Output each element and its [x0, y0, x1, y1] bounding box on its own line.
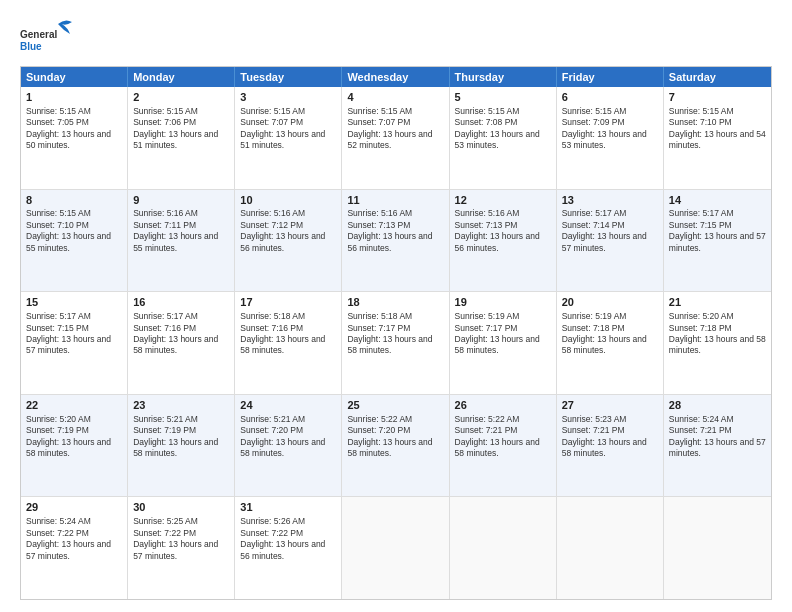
- cell-content-line: Sunrise: 5:15 AM: [26, 208, 122, 219]
- day-number: 16: [133, 295, 229, 310]
- day-number: 26: [455, 398, 551, 413]
- calendar-cell: 30Sunrise: 5:25 AMSunset: 7:22 PMDayligh…: [128, 497, 235, 599]
- cell-content-line: Sunrise: 5:15 AM: [133, 106, 229, 117]
- svg-text:Blue: Blue: [20, 41, 42, 52]
- cell-content-line: Sunrise: 5:15 AM: [455, 106, 551, 117]
- cell-content-line: Sunset: 7:22 PM: [133, 528, 229, 539]
- cell-content-line: Daylight: 13 hours and 58 minutes.: [562, 437, 658, 460]
- cell-content-line: Sunset: 7:21 PM: [455, 425, 551, 436]
- calendar-cell: 10Sunrise: 5:16 AMSunset: 7:12 PMDayligh…: [235, 190, 342, 292]
- calendar-cell: 21Sunrise: 5:20 AMSunset: 7:18 PMDayligh…: [664, 292, 771, 394]
- cell-content-line: Sunrise: 5:20 AM: [26, 414, 122, 425]
- cell-content-line: Daylight: 13 hours and 58 minutes.: [562, 334, 658, 357]
- calendar-cell: [450, 497, 557, 599]
- calendar-cell: 15Sunrise: 5:17 AMSunset: 7:15 PMDayligh…: [21, 292, 128, 394]
- cell-content-line: Sunset: 7:16 PM: [240, 323, 336, 334]
- calendar-body: 1Sunrise: 5:15 AMSunset: 7:05 PMDaylight…: [21, 87, 771, 599]
- cell-content-line: Sunset: 7:11 PM: [133, 220, 229, 231]
- cell-content-line: Daylight: 13 hours and 58 minutes.: [240, 334, 336, 357]
- cell-content-line: Sunset: 7:18 PM: [669, 323, 766, 334]
- calendar-row: 1Sunrise: 5:15 AMSunset: 7:05 PMDaylight…: [21, 87, 771, 190]
- calendar-cell: 29Sunrise: 5:24 AMSunset: 7:22 PMDayligh…: [21, 497, 128, 599]
- cell-content-line: Sunrise: 5:21 AM: [133, 414, 229, 425]
- cell-content-line: Daylight: 13 hours and 51 minutes.: [240, 129, 336, 152]
- cell-content-line: Sunset: 7:22 PM: [26, 528, 122, 539]
- day-number: 6: [562, 90, 658, 105]
- calendar-cell: 4Sunrise: 5:15 AMSunset: 7:07 PMDaylight…: [342, 87, 449, 189]
- cell-content-line: Sunrise: 5:22 AM: [347, 414, 443, 425]
- day-number: 18: [347, 295, 443, 310]
- calendar-cell: 19Sunrise: 5:19 AMSunset: 7:17 PMDayligh…: [450, 292, 557, 394]
- title-area: [80, 16, 772, 18]
- calendar-cell: 18Sunrise: 5:18 AMSunset: 7:17 PMDayligh…: [342, 292, 449, 394]
- cell-content-line: Sunrise: 5:16 AM: [455, 208, 551, 219]
- cell-content-line: Sunrise: 5:17 AM: [562, 208, 658, 219]
- calendar-cell: 5Sunrise: 5:15 AMSunset: 7:08 PMDaylight…: [450, 87, 557, 189]
- cell-content-line: Sunrise: 5:24 AM: [669, 414, 766, 425]
- cell-content-line: Daylight: 13 hours and 51 minutes.: [133, 129, 229, 152]
- cell-content-line: Sunset: 7:19 PM: [26, 425, 122, 436]
- day-number: 11: [347, 193, 443, 208]
- svg-text:General: General: [20, 29, 57, 40]
- cell-content-line: Daylight: 13 hours and 56 minutes.: [240, 231, 336, 254]
- cell-content-line: Sunset: 7:18 PM: [562, 323, 658, 334]
- calendar-cell: [664, 497, 771, 599]
- cell-content-line: Sunset: 7:10 PM: [669, 117, 766, 128]
- cell-content-line: Daylight: 13 hours and 56 minutes.: [240, 539, 336, 562]
- day-number: 19: [455, 295, 551, 310]
- cell-content-line: Sunrise: 5:21 AM: [240, 414, 336, 425]
- calendar-cell: 13Sunrise: 5:17 AMSunset: 7:14 PMDayligh…: [557, 190, 664, 292]
- cell-content-line: Sunset: 7:12 PM: [240, 220, 336, 231]
- day-number: 29: [26, 500, 122, 515]
- logo-area: General Blue: [20, 16, 80, 60]
- calendar-cell: 27Sunrise: 5:23 AMSunset: 7:21 PMDayligh…: [557, 395, 664, 497]
- day-number: 4: [347, 90, 443, 105]
- day-number: 9: [133, 193, 229, 208]
- cell-content-line: Daylight: 13 hours and 58 minutes.: [133, 334, 229, 357]
- cell-content-line: Sunrise: 5:17 AM: [26, 311, 122, 322]
- cell-content-line: Sunrise: 5:20 AM: [669, 311, 766, 322]
- day-number: 2: [133, 90, 229, 105]
- cell-content-line: Sunrise: 5:17 AM: [669, 208, 766, 219]
- cell-content-line: Sunrise: 5:16 AM: [133, 208, 229, 219]
- cell-content-line: Daylight: 13 hours and 53 minutes.: [455, 129, 551, 152]
- calendar-header-cell: Friday: [557, 67, 664, 87]
- calendar-cell: 22Sunrise: 5:20 AMSunset: 7:19 PMDayligh…: [21, 395, 128, 497]
- cell-content-line: Daylight: 13 hours and 58 minutes.: [26, 437, 122, 460]
- cell-content-line: Sunset: 7:19 PM: [133, 425, 229, 436]
- day-number: 8: [26, 193, 122, 208]
- cell-content-line: Daylight: 13 hours and 58 minutes.: [347, 334, 443, 357]
- cell-content-line: Daylight: 13 hours and 55 minutes.: [26, 231, 122, 254]
- calendar-cell: 14Sunrise: 5:17 AMSunset: 7:15 PMDayligh…: [664, 190, 771, 292]
- calendar-cell: 16Sunrise: 5:17 AMSunset: 7:16 PMDayligh…: [128, 292, 235, 394]
- cell-content-line: Daylight: 13 hours and 55 minutes.: [133, 231, 229, 254]
- cell-content-line: Sunrise: 5:15 AM: [347, 106, 443, 117]
- cell-content-line: Sunrise: 5:23 AM: [562, 414, 658, 425]
- cell-content-line: Sunrise: 5:25 AM: [133, 516, 229, 527]
- day-number: 23: [133, 398, 229, 413]
- calendar-row: 29Sunrise: 5:24 AMSunset: 7:22 PMDayligh…: [21, 497, 771, 599]
- calendar-row: 15Sunrise: 5:17 AMSunset: 7:15 PMDayligh…: [21, 292, 771, 395]
- cell-content-line: Daylight: 13 hours and 58 minutes.: [669, 334, 766, 357]
- calendar-cell: 23Sunrise: 5:21 AMSunset: 7:19 PMDayligh…: [128, 395, 235, 497]
- calendar-cell: 7Sunrise: 5:15 AMSunset: 7:10 PMDaylight…: [664, 87, 771, 189]
- calendar-header-cell: Thursday: [450, 67, 557, 87]
- cell-content-line: Sunrise: 5:18 AM: [240, 311, 336, 322]
- cell-content-line: Sunset: 7:15 PM: [669, 220, 766, 231]
- cell-content-line: Sunrise: 5:17 AM: [133, 311, 229, 322]
- day-number: 12: [455, 193, 551, 208]
- cell-content-line: Sunset: 7:13 PM: [347, 220, 443, 231]
- logo: General Blue: [20, 16, 80, 60]
- day-number: 17: [240, 295, 336, 310]
- calendar-cell: 17Sunrise: 5:18 AMSunset: 7:16 PMDayligh…: [235, 292, 342, 394]
- cell-content-line: Daylight: 13 hours and 58 minutes.: [347, 437, 443, 460]
- cell-content-line: Sunset: 7:10 PM: [26, 220, 122, 231]
- calendar-cell: 1Sunrise: 5:15 AMSunset: 7:05 PMDaylight…: [21, 87, 128, 189]
- calendar-header-cell: Saturday: [664, 67, 771, 87]
- day-number: 20: [562, 295, 658, 310]
- cell-content-line: Sunrise: 5:18 AM: [347, 311, 443, 322]
- cell-content-line: Sunset: 7:14 PM: [562, 220, 658, 231]
- cell-content-line: Daylight: 13 hours and 56 minutes.: [347, 231, 443, 254]
- calendar-cell: 3Sunrise: 5:15 AMSunset: 7:07 PMDaylight…: [235, 87, 342, 189]
- day-number: 14: [669, 193, 766, 208]
